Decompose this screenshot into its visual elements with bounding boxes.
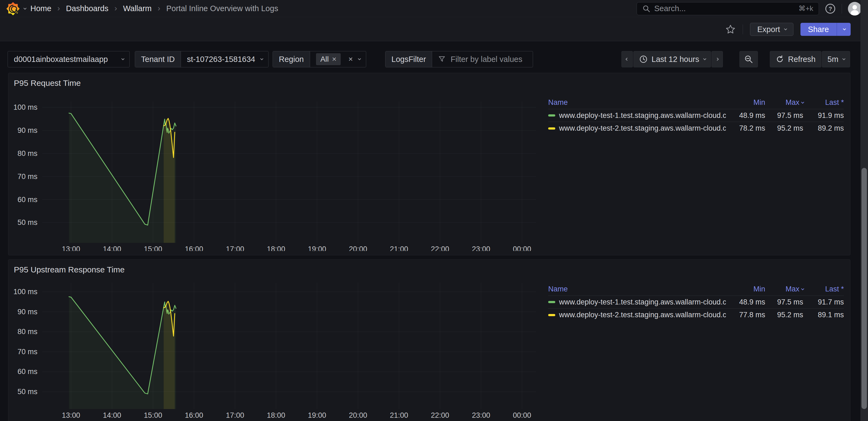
zoom-out-group xyxy=(739,51,758,67)
tenant-variable-dropdown[interactable]: st-107263-1581634 xyxy=(181,51,268,67)
clock-icon xyxy=(639,55,648,63)
region-chip-remove-icon[interactable]: × xyxy=(332,55,336,63)
series-color-swatch[interactable] xyxy=(548,301,555,303)
svg-text:80 ms: 80 ms xyxy=(18,149,37,158)
panel-title[interactable]: P95 Request Time xyxy=(14,79,81,88)
region-variable-control: Region All × × xyxy=(273,51,366,67)
refresh-icon xyxy=(775,55,784,63)
legend-row: www.deploy-test-2.test.staging.aws.walla… xyxy=(548,122,844,135)
export-button[interactable]: Export xyxy=(750,23,794,36)
region-chip-all[interactable]: All × xyxy=(316,53,341,65)
export-chevron-icon xyxy=(784,27,787,30)
svg-text:00:00: 00:00 xyxy=(513,245,531,251)
svg-text:14:00: 14:00 xyxy=(103,411,121,419)
svg-text:16:00: 16:00 xyxy=(185,245,204,251)
search-placeholder: Search... xyxy=(654,4,795,13)
legend-header-row: Name Min Max Last * xyxy=(548,96,844,109)
series-min: 77.8 ms xyxy=(726,311,765,319)
region-variable-dropdown[interactable]: All × × xyxy=(310,51,366,67)
svg-text:13:00: 13:00 xyxy=(62,411,80,419)
search-icon xyxy=(642,5,650,13)
time-range-label: Last 12 hours xyxy=(652,55,699,64)
chevron-down-icon xyxy=(121,57,124,60)
share-menu-button[interactable] xyxy=(837,23,850,36)
svg-text:21:00: 21:00 xyxy=(390,411,408,419)
time-shift-forward-button[interactable] xyxy=(712,51,723,67)
refresh-interval-value: 5m xyxy=(828,55,838,64)
legend-header-min[interactable]: Min xyxy=(726,285,765,293)
svg-text:17:00: 17:00 xyxy=(226,411,244,419)
region-clear-icon[interactable]: × xyxy=(348,55,352,63)
svg-text:20:00: 20:00 xyxy=(349,411,367,419)
variables-bar: d0001ainboxatestmailaapp Tenant ID st-10… xyxy=(0,41,868,73)
dashboard-toolbar: Export Share xyxy=(0,18,868,41)
timeseries-chart[interactable]: 100 ms90 ms80 ms70 ms60 ms50 ms13:0014:0… xyxy=(12,99,544,251)
time-picker-group: Last 12 hours xyxy=(621,51,723,67)
svg-text:100 ms: 100 ms xyxy=(13,103,37,111)
panel-title[interactable]: P95 Upstream Response Time xyxy=(14,265,125,274)
logsfilter-input[interactable]: Filter by label values xyxy=(432,51,533,67)
series-name[interactable]: www.deploy-test-2.test.staging.aws.walla… xyxy=(559,311,726,319)
series-name[interactable]: www.deploy-test-1.test.staging.aws.walla… xyxy=(559,298,726,306)
svg-text:23:00: 23:00 xyxy=(472,245,490,251)
legend-header-last[interactable]: Last * xyxy=(803,285,844,293)
refresh-label: Refresh xyxy=(788,55,816,64)
breadcrumb-home[interactable]: Home xyxy=(30,4,51,13)
legend-header-max[interactable]: Max xyxy=(765,98,803,107)
svg-text:21:00: 21:00 xyxy=(390,245,408,251)
share-button[interactable]: Share xyxy=(801,23,837,36)
panel-p95-upstream-response-time: P95 Upstream Response Time 100 ms90 ms80… xyxy=(8,259,850,421)
series-max: 97.5 ms xyxy=(765,111,803,120)
refresh-group: Refresh 5m xyxy=(770,51,850,67)
chevron-down-icon xyxy=(703,57,706,60)
svg-text:50 ms: 50 ms xyxy=(18,218,37,227)
chevron-down-icon xyxy=(260,57,263,60)
zoom-out-icon xyxy=(744,55,753,64)
timeseries-chart[interactable]: 100 ms90 ms80 ms70 ms60 ms50 ms13:0014:0… xyxy=(12,280,544,421)
legend-header-max[interactable]: Max xyxy=(765,285,803,293)
svg-text:15:00: 15:00 xyxy=(144,411,162,419)
legend-header-name[interactable]: Name xyxy=(548,285,726,293)
refresh-button[interactable]: Refresh xyxy=(770,51,822,67)
series-color-swatch[interactable] xyxy=(548,314,555,316)
legend-header-last[interactable]: Last * xyxy=(803,98,844,107)
svg-text:100 ms: 100 ms xyxy=(13,288,37,296)
series-name[interactable]: www.deploy-test-1.test.staging.aws.walla… xyxy=(559,111,726,120)
grafana-logo-icon[interactable] xyxy=(6,2,20,15)
series-color-swatch[interactable] xyxy=(548,128,555,130)
page-scrollbar-thumb[interactable] xyxy=(862,168,867,409)
region-chip-label: All xyxy=(320,55,329,63)
legend-header-min[interactable]: Min xyxy=(726,98,765,107)
export-button-label: Export xyxy=(757,25,780,34)
series-last: 91.7 ms xyxy=(803,298,844,306)
nav-divider xyxy=(842,4,842,13)
breadcrumb-separator: › xyxy=(158,3,160,13)
series-name[interactable]: www.deploy-test-2.test.staging.aws.walla… xyxy=(559,124,726,133)
help-icon[interactable]: ? xyxy=(825,3,836,14)
legend-header-name[interactable]: Name xyxy=(548,98,726,107)
legend-table: Name Min Max Last * www.deploy-test-1.te… xyxy=(548,96,844,135)
svg-text:70 ms: 70 ms xyxy=(18,348,37,356)
page-scrollbar-track[interactable] xyxy=(860,0,868,421)
time-range-picker[interactable]: Last 12 hours xyxy=(633,51,711,67)
time-shift-back-button[interactable] xyxy=(621,51,633,67)
time-zoom-out-button[interactable] xyxy=(739,51,758,67)
org-switcher-chevron-icon[interactable] xyxy=(23,6,26,9)
svg-text:23:00: 23:00 xyxy=(472,411,490,419)
svg-text:00:00: 00:00 xyxy=(513,411,531,419)
share-chevron-icon xyxy=(843,27,846,30)
breadcrumb-wallarm[interactable]: Wallarm xyxy=(123,4,152,13)
star-icon[interactable] xyxy=(725,24,736,34)
svg-text:14:00: 14:00 xyxy=(103,245,121,251)
legend-row: www.deploy-test-1.test.staging.aws.walla… xyxy=(548,296,844,309)
logsfilter-label: LogsFilter xyxy=(385,51,432,67)
series-color-swatch[interactable] xyxy=(548,114,555,116)
app-variable-dropdown[interactable]: d0001ainboxatestmailaapp xyxy=(8,51,130,67)
refresh-interval-dropdown[interactable]: 5m xyxy=(822,51,850,67)
tenant-variable-control: Tenant ID st-107263-1581634 xyxy=(135,51,269,67)
user-avatar[interactable] xyxy=(848,2,862,16)
search-input[interactable]: Search... ⌘+k xyxy=(637,2,819,15)
breadcrumb-dashboards[interactable]: Dashboards xyxy=(66,4,108,13)
legend-row: www.deploy-test-2.test.staging.aws.walla… xyxy=(548,309,844,321)
svg-text:17:00: 17:00 xyxy=(226,245,244,251)
